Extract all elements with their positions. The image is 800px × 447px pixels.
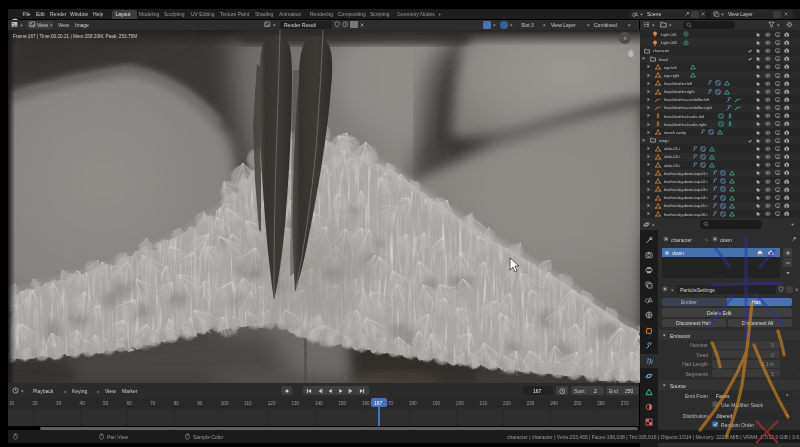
svg-text:Frame:167 | Time:00:20.21 | Me: Frame:167 | Time:00:20.21 | Mem:158.20M,…	[13, 34, 137, 39]
svg-text:+: +	[623, 35, 627, 42]
